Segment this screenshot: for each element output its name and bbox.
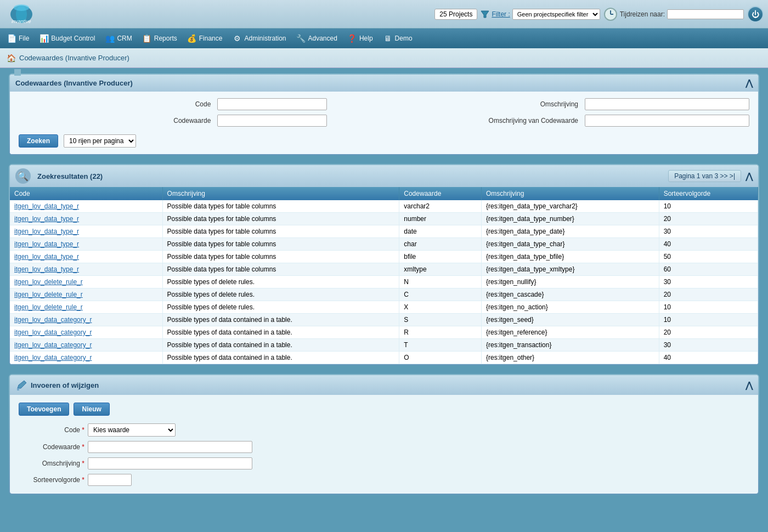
cell-omschrijving2: {res:itgen_data_type_date} [482,225,659,238]
omschrijving-codewaarde-label: Omschrijving van Codewaarde [334,117,578,124]
omschrijving-input[interactable] [585,98,749,110]
search-panel-header: Codewaardes (Invantive Producer) ⋀ [10,75,758,92]
toevoegen-button[interactable]: Toevoegen [19,403,69,416]
table-row: itgen_lov_data_category_r Possible types… [10,352,758,364]
results-panel-collapse[interactable]: ⋀ [746,171,753,182]
cell-omschrijving: Possible types of data contained in a ta… [162,339,399,352]
cell-omschrijving2: {res:itgen_seed} [482,314,659,326]
table-row: itgen_lov_delete_rule_r Possible types o… [10,288,758,301]
cell-omschrijving2: {res:itgen_data_type_number} [482,213,659,225]
top-bar: invantive 25 Projects Filter : Geen proj… [0,0,768,29]
code-link[interactable]: itgen_lov_data_type_r [14,265,79,273]
table-row: itgen_lov_data_category_r Possible types… [10,326,758,339]
cell-code: itgen_lov_delete_rule_r [10,276,162,288]
nav-bar: 📄 File 📊 Budget Control 👥 CRM 📋 Reports … [0,29,768,48]
table-row: itgen_lov_data_type_r Possible data type… [10,251,758,263]
cell-code: itgen_lov_delete_rule_r [10,288,162,301]
cell-omschrijving2: {res:itgen_data_type_bfile} [482,251,659,263]
invoer-omschrijving-input[interactable] [88,457,252,469]
filter-select[interactable]: Geen projectspecifiek filter [512,9,600,20]
invoer-header-left: Invoeren of wijzigen [15,378,99,392]
nav-label-advanced: Advanced [308,35,337,42]
cell-codewaarde: C [399,288,482,301]
code-link[interactable]: itgen_lov_data_type_r [14,202,79,210]
code-link[interactable]: itgen_lov_data_category_r [14,354,92,361]
code-input[interactable] [217,98,327,110]
nav-item-budget[interactable]: 📊 Budget Control [35,31,99,46]
code-link[interactable]: itgen_lov_data_type_r [14,215,79,223]
cell-codewaarde: number [399,213,482,225]
tijdreizen-input[interactable] [667,9,744,19]
nieuw-button[interactable]: Nieuw [74,403,109,416]
cell-sorteervolgorde: 30 [659,276,758,288]
cell-code: itgen_lov_delete_rule_r [10,301,162,314]
invoer-code-select[interactable]: Kies waarde [88,423,176,437]
nav-item-finance[interactable]: 💰 Finance [183,31,227,46]
cell-code: itgen_lov_data_type_r [10,213,162,225]
filter-area: Filter : Geen projectspecifiek filter [481,9,600,20]
omschrijving-codewaarde-input[interactable] [585,115,749,127]
cell-sorteervolgorde: 40 [659,238,758,251]
code-link[interactable]: itgen_lov_delete_rule_r [14,303,83,311]
cell-codewaarde: N [399,276,482,288]
breadcrumb: 🏠 Codewaardes (Invantive Producer) [0,48,768,68]
col-header-omschrijving: Omschrijving [162,187,399,200]
code-link[interactable]: itgen_lov_data_type_r [14,228,79,235]
nav-item-advanced[interactable]: 🔧 Advanced [292,31,342,46]
code-link[interactable]: itgen_lov_data_category_r [14,329,92,336]
per-page-select[interactable]: 10 rijen per pagina 25 rijen per pagina … [64,134,136,148]
invoer-panel-inner: Invoeren of wijzigen ⋀ Toevoegen Nieuw C… [10,375,758,494]
search-panel-collapse[interactable]: ⋀ [746,78,753,88]
code-link[interactable]: itgen_lov_data_category_r [14,316,92,324]
code-link[interactable]: itgen_lov_data_type_r [14,253,79,261]
panel-corner [14,69,21,76]
cell-sorteervolgorde: 30 [659,225,758,238]
pagination-control[interactable]: Pagina 1 van 3 >> >| [668,170,741,182]
home-icon: 🏠 [7,54,16,63]
cell-omschrijving2: {res:itgen_other} [482,352,659,364]
cell-sorteervolgorde: 20 [659,213,758,225]
cell-code: itgen_lov_data_type_r [10,263,162,276]
nav-item-crm[interactable]: 👥 CRM [100,31,136,46]
invoer-sorteervolgorde-input[interactable] [88,474,132,486]
projects-box: 25 Projects [434,9,477,20]
nav-item-administration[interactable]: ⚙ Administration [228,31,290,46]
search-panel-wrapper: Codewaardes (Invantive Producer) ⋀ Code … [9,73,759,155]
code-link[interactable]: itgen_lov_delete_rule_r [14,278,83,286]
search-form: Code Omschrijving Codewaarde Omschrijvin… [19,98,749,127]
cell-codewaarde: xmltype [399,263,482,276]
cell-codewaarde: X [399,301,482,314]
cell-omschrijving: Possible data types for table columns [162,251,399,263]
cell-code: itgen_lov_data_type_r [10,251,162,263]
clock-icon [603,7,618,21]
cell-omschrijving2: {res:itgen_cascade} [482,288,659,301]
cell-codewaarde: char [399,238,482,251]
cell-sorteervolgorde: 10 [659,200,758,213]
code-link[interactable]: itgen_lov_data_category_r [14,341,92,349]
filter-link[interactable]: Filter : [492,10,510,18]
zoeken-button[interactable]: Zoeken [19,134,58,148]
power-button[interactable]: ⏻ [747,6,764,22]
advanced-icon: 🔧 [296,33,306,43]
invoer-code-label: Code [19,426,84,434]
invoer-omschrijving-label: Omschrijving [19,460,84,467]
nav-item-reports[interactable]: 📋 Reports [138,31,182,46]
codewaarde-input[interactable] [217,115,327,127]
results-table-wrap: Code Omschrijving Codewaarde Omschrijvin… [10,187,758,364]
invoer-panel-collapse[interactable]: ⋀ [746,380,753,390]
code-link[interactable]: itgen_lov_delete_rule_r [14,291,83,298]
col-header-codewaarde: Codewaarde [399,187,482,200]
code-link[interactable]: itgen_lov_data_type_r [14,240,79,248]
invoer-panel-wrapper: Invoeren of wijzigen ⋀ Toevoegen Nieuw C… [9,374,759,495]
cell-omschrijving2: {res:itgen_nullify} [482,276,659,288]
nav-item-help[interactable]: ❓ Help [343,31,377,46]
nav-item-file[interactable]: 📄 File [2,31,33,46]
demo-icon: 🖥 [383,33,393,43]
cell-sorteervolgorde: 20 [659,288,758,301]
nav-item-demo[interactable]: 🖥 Demo [379,31,417,46]
cell-omschrijving: Possible types of data contained in a ta… [162,314,399,326]
cell-codewaarde: T [399,339,482,352]
cell-omschrijving: Possible data types for table columns [162,238,399,251]
invoer-codewaarde-input[interactable] [88,441,252,453]
cell-sorteervolgorde: 60 [659,263,758,276]
